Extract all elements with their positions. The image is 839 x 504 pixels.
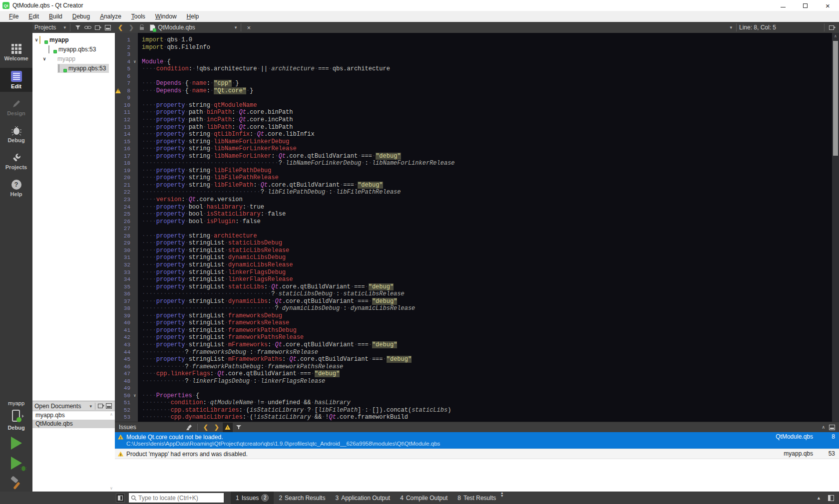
chevron-expanded-icon[interactable]: ∨ <box>33 37 39 42</box>
gutter[interactable]: 9 <box>115 94 138 102</box>
pane-application-output[interactable]: 3Application Output <box>330 492 395 504</box>
menu-tools[interactable]: Tools <box>126 11 150 21</box>
gutter[interactable]: 14 <box>115 131 138 138</box>
issue-row[interactable]: Product 'myapp' had errors and was disab… <box>115 449 839 459</box>
code-line[interactable]: 21····property·string·libFilePath:·Qt.co… <box>115 182 832 189</box>
gutter[interactable]: 33 <box>115 269 138 276</box>
chevron-down-icon[interactable]: ▾ <box>62 25 67 30</box>
gutter[interactable]: 10 <box>115 102 138 109</box>
code-line[interactable]: 31····property·stringList·dynamicLibsDeb… <box>115 254 832 261</box>
pane-compile-output[interactable]: 4Compile Output <box>395 492 452 504</box>
code-line[interactable]: 47····cpp.linkerFlags:·Qt.core.qtBuildVa… <box>115 370 832 378</box>
link-icon[interactable] <box>83 22 93 32</box>
locator-input[interactable] <box>138 495 222 502</box>
gutter[interactable]: 39 <box>115 312 138 320</box>
gutter[interactable]: 17 <box>115 153 138 160</box>
code-line[interactable]: 51········condition:·qtModuleName·!=·und… <box>115 399 832 407</box>
chevron-expanded-icon[interactable]: ∨ <box>41 56 47 61</box>
open-document-item-selected[interactable]: QtModule.qbs <box>32 420 115 428</box>
menu-analyze[interactable]: Analyze <box>95 11 126 21</box>
gutter[interactable]: 36 <box>115 290 138 298</box>
menu-help[interactable]: Help <box>182 11 204 21</box>
document-tab[interactable]: QtModule.qbs <box>147 24 198 31</box>
mode-edit[interactable]: Edit <box>0 68 32 92</box>
close-document-icon[interactable]: × <box>244 22 254 32</box>
menu-window[interactable]: Window <box>150 11 182 21</box>
split-icon[interactable] <box>97 402 105 410</box>
gutter[interactable]: 46 <box>115 363 138 371</box>
code-editor[interactable]: 1import·qbs·1.02import·qbs.FileInfo34∨Mo… <box>115 33 839 422</box>
code-line[interactable]: 29····property·stringList·staticLibsDebu… <box>115 240 832 247</box>
tree-row-file[interactable]: myapp.qbs:53 <box>32 44 115 54</box>
code-line[interactable]: 6 <box>115 73 832 80</box>
code-line[interactable]: 46············?·frameworkPathsDebug:·fra… <box>115 363 832 371</box>
gutter[interactable]: 44 <box>115 349 138 356</box>
code-line[interactable]: 11····property·path·binPath:·Qt.core.bin… <box>115 109 832 116</box>
code-line[interactable]: 14····property·string·qtLibInfix:·Qt.cor… <box>115 131 832 138</box>
gutter[interactable]: 6 <box>115 73 138 80</box>
locator[interactable] <box>129 493 224 503</box>
code-line[interactable]: 35····property·stringList·staticLibs:·Qt… <box>115 283 832 291</box>
mode-projects[interactable]: Projects <box>0 150 32 173</box>
gutter[interactable]: 1 <box>115 36 138 44</box>
gutter[interactable]: 42 <box>115 334 138 341</box>
panel-selector[interactable]: Projects <box>34 24 56 31</box>
gutter[interactable]: 52 <box>115 407 138 414</box>
clean-icon[interactable] <box>184 422 194 432</box>
code-line[interactable]: 33····property·stringList·linkerFlagsDeb… <box>115 269 832 276</box>
gutter[interactable]: 37 <box>115 298 138 305</box>
menu-build[interactable]: Build <box>44 11 67 21</box>
tree-row-file-selected[interactable]: myapp.qbs:53 <box>32 63 115 73</box>
code-line[interactable]: 30····property·stringList·staticLibsRele… <box>115 247 832 254</box>
gutter[interactable]: 40 <box>115 319 138 327</box>
code-line[interactable]: 45····property·stringList·mFrameworkPath… <box>115 356 832 363</box>
collapse-panel-icon[interactable] <box>105 402 113 410</box>
debug-run-button[interactable] <box>0 457 32 470</box>
run-button[interactable] <box>11 437 22 450</box>
code-line[interactable]: 49 <box>115 385 832 392</box>
chevron-down-icon[interactable]: ▾ <box>728 25 734 30</box>
menu-file[interactable]: File <box>4 11 23 21</box>
gutter[interactable]: 48 <box>115 378 138 385</box>
code-line[interactable]: 34····property·stringList·linkerFlagsRel… <box>115 276 832 283</box>
code-line[interactable]: 48············?·linkerFlagsDebug·:·linke… <box>115 378 832 385</box>
mode-welcome[interactable]: Welcome <box>0 41 32 64</box>
build-button[interactable] <box>9 476 24 491</box>
maximize-pane-icon[interactable] <box>829 425 835 430</box>
gutter[interactable]: 38 <box>115 305 138 312</box>
gutter[interactable]: 13 <box>115 124 138 131</box>
split-editor-icon[interactable] <box>827 22 837 32</box>
filter-icon[interactable] <box>73 22 83 32</box>
code-line[interactable]: 17····property·string·libNameForLinker:·… <box>115 153 832 160</box>
code-line[interactable]: 3 <box>115 51 832 58</box>
code-line[interactable]: 40····property·stringList·frameworksRele… <box>115 319 832 327</box>
gutter[interactable]: 3 <box>115 51 138 58</box>
filter-icon[interactable] <box>234 422 244 432</box>
expand-output-icon[interactable]: ▲ <box>817 496 821 501</box>
code-line[interactable]: 52········cpp.staticLibraries:·(isStatic… <box>115 407 832 414</box>
gutter[interactable]: 27 <box>115 225 138 233</box>
gutter[interactable]: 11 <box>115 109 138 116</box>
code-line[interactable]: 38·····································?… <box>115 305 832 312</box>
code-line[interactable]: 18······································… <box>115 160 832 167</box>
code-line[interactable]: 32····property·stringList·dynamicLibsRel… <box>115 261 832 269</box>
code-line[interactable]: 42····property·stringList·frameworkPaths… <box>115 334 832 341</box>
code-line[interactable]: 36····································?·… <box>115 290 832 298</box>
menu-edit[interactable]: Edit <box>23 11 44 21</box>
pane-test-results[interactable]: 8Test Results <box>452 492 501 504</box>
gutter[interactable]: 29 <box>115 240 138 247</box>
tree-row-project[interactable]: ∨ myapp <box>32 35 115 44</box>
gutter[interactable]: 31 <box>115 254 138 261</box>
close-button[interactable]: × <box>817 0 839 11</box>
code-line[interactable]: 2import·qbs.FileInfo <box>115 44 832 51</box>
gutter[interactable]: 22 <box>115 189 138 196</box>
code-line[interactable]: 28····property·string·architecture <box>115 233 832 240</box>
gutter[interactable]: 30 <box>115 247 138 254</box>
previous-issue-icon[interactable]: ❮ <box>201 424 211 431</box>
toggle-left-sidebar-icon[interactable] <box>116 494 125 503</box>
gutter[interactable]: 41 <box>115 327 138 334</box>
open-documents-title[interactable]: Open Documents <box>34 403 81 410</box>
menu-debug[interactable]: Debug <box>67 11 95 21</box>
issue-row[interactable]: Module Qt.core could not be loaded.C:\Us… <box>115 432 839 449</box>
show-warnings-toggle[interactable] <box>223 423 233 432</box>
